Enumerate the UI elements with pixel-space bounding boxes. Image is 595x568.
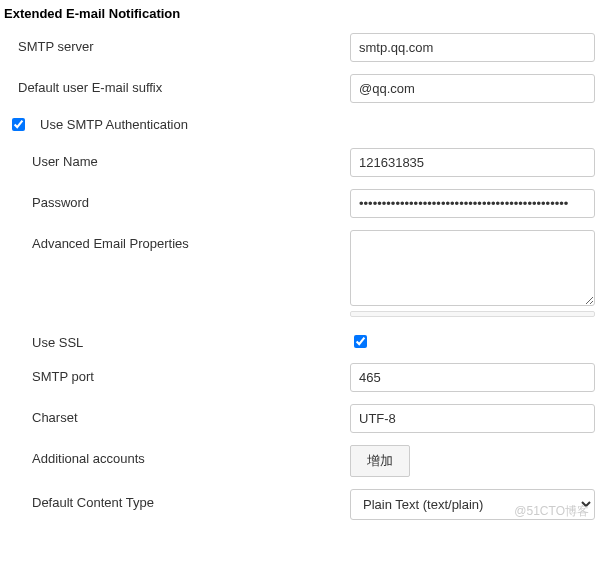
input-charset[interactable] [350,404,595,433]
input-username[interactable] [350,148,595,177]
select-default-content-type[interactable]: Plain Text (text/plain) [350,489,595,520]
label-default-suffix: Default user E-mail suffix [0,74,350,95]
row-smtp-server: SMTP server [0,27,595,68]
label-password: Password [0,189,350,210]
label-additional-accounts: Additional accounts [0,445,350,466]
button-add-account[interactable]: 增加 [350,445,410,477]
row-use-auth: Use SMTP Authentication [0,109,595,142]
label-smtp-port: SMTP port [0,363,350,384]
row-default-content-type: Default Content Type Plain Text (text/pl… [0,483,595,526]
textarea-advanced[interactable] [350,230,595,306]
label-use-ssl: Use SSL [0,329,350,350]
section-title: Extended E-mail Notification [0,0,595,27]
label-advanced: Advanced Email Properties [0,230,350,251]
input-default-suffix[interactable] [350,74,595,103]
row-use-ssl: Use SSL [0,323,595,357]
row-default-suffix: Default user E-mail suffix [0,68,595,109]
label-username: User Name [0,148,350,169]
checkbox-use-smtp-auth[interactable] [12,118,25,131]
row-username: User Name [0,142,595,183]
checkbox-use-ssl[interactable] [354,335,367,348]
row-additional-accounts: Additional accounts 增加 [0,439,595,483]
row-charset: Charset [0,398,595,439]
input-smtp-port[interactable] [350,363,595,392]
row-password: Password [0,183,595,224]
input-smtp-server[interactable] [350,33,595,62]
resize-handle[interactable] [350,311,595,317]
label-charset: Charset [0,404,350,425]
row-smtp-port: SMTP port [0,357,595,398]
label-default-content-type: Default Content Type [0,489,350,510]
input-password[interactable] [350,189,595,218]
label-smtp-server: SMTP server [0,33,350,54]
row-advanced: Advanced Email Properties [0,224,595,323]
label-use-smtp-auth: Use SMTP Authentication [36,117,188,132]
